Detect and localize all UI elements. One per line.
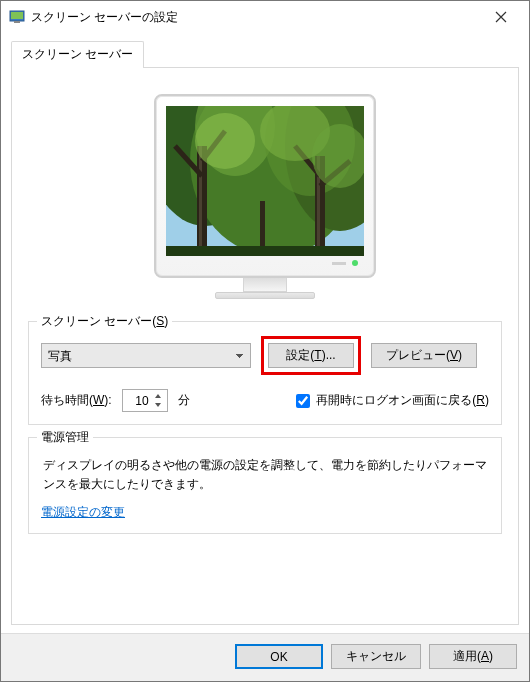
power-group-legend: 電源管理 <box>37 429 93 446</box>
dialog-button-row: OK キャンセル 適用(A) <box>1 633 529 681</box>
tab-page: スクリーン セーバー(S) 写真 設定(T)... プレビュー(V) 待ち時間(… <box>11 67 519 625</box>
tab-strip: スクリーン セーバー <box>11 41 519 68</box>
screensaver-preview-image <box>166 106 364 256</box>
resume-checkbox-label[interactable]: 再開時にログオン画面に戻る(R) <box>296 392 489 409</box>
settings-button[interactable]: 設定(T)... <box>268 343 354 368</box>
svg-rect-18 <box>166 246 364 256</box>
close-icon <box>495 11 507 23</box>
wait-spinner[interactable] <box>122 389 168 412</box>
svg-rect-1 <box>11 12 23 19</box>
power-settings-link[interactable]: 電源設定の変更 <box>41 504 125 521</box>
power-description: ディスプレイの明るさや他の電源の設定を調整して、電力を節約したりパフォーマンスを… <box>43 456 487 494</box>
svg-point-15 <box>195 113 255 169</box>
resume-checkbox[interactable] <box>296 394 310 408</box>
dialog-window: スクリーン セーバーの設定 スクリーン セーバー <box>0 0 530 682</box>
tab-host: スクリーン セーバー <box>11 41 519 623</box>
spin-up[interactable] <box>151 392 165 401</box>
tab-screensaver[interactable]: スクリーン セーバー <box>11 41 144 68</box>
ok-button[interactable]: OK <box>235 644 323 669</box>
client-area: スクリーン セーバー <box>1 33 529 633</box>
svg-rect-11 <box>199 146 202 256</box>
power-group: 電源管理 ディスプレイの明るさや他の電源の設定を調整して、電力を節約したりパフォ… <box>28 437 502 534</box>
wait-label: 待ち時間(W): <box>41 392 112 409</box>
settings-button-highlight: 設定(T)... <box>261 336 361 375</box>
window-title: スクリーン セーバーの設定 <box>31 9 481 26</box>
screensaver-select[interactable]: 写真 <box>41 343 251 368</box>
apply-button[interactable]: 適用(A) <box>429 644 517 669</box>
preview-area <box>28 86 502 321</box>
titlebar: スクリーン セーバーの設定 <box>1 1 529 33</box>
monitor-preview <box>154 94 376 299</box>
svg-rect-2 <box>14 21 20 23</box>
close-button[interactable] <box>481 3 521 31</box>
screensaver-group-legend: スクリーン セーバー(S) <box>37 313 172 330</box>
preview-button[interactable]: プレビュー(V) <box>371 343 477 368</box>
cancel-button[interactable]: キャンセル <box>331 644 421 669</box>
screensaver-group: スクリーン セーバー(S) 写真 設定(T)... プレビュー(V) 待ち時間(… <box>28 321 502 425</box>
wait-unit: 分 <box>178 392 190 409</box>
wait-input[interactable] <box>127 394 149 408</box>
app-icon <box>9 9 25 25</box>
spin-down[interactable] <box>151 401 165 410</box>
led-icon <box>352 260 358 266</box>
